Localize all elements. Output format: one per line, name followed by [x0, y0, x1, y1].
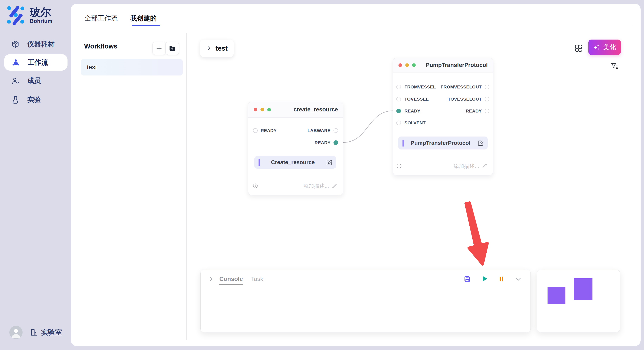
import-folder-button[interactable]	[166, 42, 179, 55]
workflow-icon	[12, 58, 20, 67]
run-icon[interactable]	[481, 275, 488, 283]
beautify-label: 美化	[603, 43, 616, 52]
minimap-node-pump-transfer	[574, 278, 592, 300]
add-workflow-button[interactable]	[152, 42, 166, 55]
building-icon	[30, 328, 38, 336]
logo-subtitle: Bohrium	[30, 18, 52, 24]
command-icon[interactable]	[574, 43, 584, 53]
tab-all-workflows[interactable]: 全部工作流	[84, 14, 118, 23]
lab-label: 实验室	[41, 328, 62, 337]
output-port-handle[interactable]	[485, 97, 490, 101]
main-content: 全部工作流 我创建的 Workflows test	[71, 3, 640, 346]
sidebar-item-members[interactable]: 成员	[0, 71, 71, 90]
port-label: LABWARE	[308, 128, 330, 133]
port-label: READY	[261, 128, 277, 133]
node-dot-green	[267, 108, 271, 111]
sidebar-item-workflow[interactable]: 工作流	[4, 54, 68, 71]
info-icon[interactable]	[396, 163, 402, 169]
output-port-handle-connected[interactable]	[334, 140, 338, 145]
sparkles-icon	[593, 44, 600, 51]
port-label: TOVESSEL	[404, 97, 429, 102]
input-port-handle[interactable]	[253, 128, 258, 133]
console-output-area	[200, 283, 530, 321]
pill-label: Create_resource	[260, 159, 326, 166]
node-action-pill[interactable]: PumpTransferProtocol	[398, 137, 488, 150]
console-panel: Console Task	[200, 270, 531, 332]
node-dot-red	[254, 108, 257, 111]
output-port-handle[interactable]	[334, 128, 338, 133]
user-avatar[interactable]	[9, 326, 22, 339]
port-label: SOLVENT	[404, 120, 426, 126]
experiment-icon	[11, 95, 20, 104]
sidebar: 玻尔 Bohrium 仪器耗材 工作流	[0, 0, 71, 350]
workflow-list-item-test[interactable]: test	[81, 59, 183, 75]
members-icon	[11, 77, 20, 85]
plus-icon	[156, 45, 162, 52]
description-placeholder[interactable]: 添加描述...	[303, 182, 329, 189]
sidebar-item-label: 成员	[27, 76, 41, 85]
tab-console[interactable]: Console	[219, 276, 243, 282]
input-port-handle[interactable]	[396, 85, 401, 89]
sidebar-footer: 实验室	[9, 326, 62, 339]
sidebar-item-consumables[interactable]: 仪器耗材	[0, 35, 71, 54]
sidebar-item-label: 实验	[27, 95, 41, 104]
collapse-panel-chevron-icon[interactable]	[515, 275, 522, 283]
node-create-resource[interactable]: create_resource READY LABWARE READY	[248, 102, 343, 195]
chevron-right-icon	[206, 45, 212, 51]
input-port-handle[interactable]	[396, 121, 401, 125]
node-title: create_resource	[294, 106, 338, 113]
output-port-handle[interactable]	[485, 109, 490, 113]
person-icon	[9, 326, 22, 339]
sidebar-item-experiments[interactable]: 实验	[0, 90, 71, 109]
red-annotation-arrow	[466, 203, 488, 264]
header-divider	[78, 26, 634, 26]
node-header: create_resource	[248, 102, 343, 118]
workflow-tabs: 全部工作流 我创建的	[84, 14, 157, 23]
pause-icon[interactable]	[498, 275, 505, 283]
logo-title: 玻尔	[30, 7, 52, 18]
lab-switcher[interactable]: 实验室	[30, 328, 62, 337]
description-placeholder[interactable]: 添加描述...	[454, 163, 479, 170]
node-action-pill[interactable]: Create_resource	[254, 156, 336, 169]
app-logo[interactable]: 玻尔 Bohrium	[7, 6, 52, 25]
edit-icon[interactable]	[478, 140, 484, 146]
node-pump-transfer-protocol[interactable]: PumpTransferProtocol FROMVESSEL FROMVESS…	[393, 58, 493, 175]
app-window: 玻尔 Bohrium 仪器耗材 工作流	[0, 0, 644, 350]
pencil-icon[interactable]	[482, 163, 488, 169]
breadcrumb[interactable]: test	[200, 39, 234, 57]
folder-download-icon	[169, 45, 176, 52]
workflow-item-label: test	[87, 64, 97, 71]
input-port-handle[interactable]	[396, 97, 401, 101]
node-dot-green	[412, 63, 416, 67]
port-label: READY	[404, 108, 420, 114]
minimap-node-create-resource	[548, 287, 566, 304]
edit-icon[interactable]	[326, 159, 332, 166]
info-icon[interactable]	[252, 183, 258, 189]
node-dot-red	[398, 63, 402, 67]
breadcrumb-label: test	[216, 44, 228, 52]
bohrium-logo-icon	[7, 6, 25, 25]
node-title: PumpTransferProtocol	[426, 62, 488, 68]
port-label: READY	[466, 108, 482, 114]
filter-icon[interactable]	[610, 62, 619, 70]
node-dot-yellow	[405, 63, 409, 67]
input-port-handle-connected[interactable]	[396, 109, 401, 113]
sidebar-item-label: 仪器耗材	[27, 39, 54, 49]
console-collapse-chevron-icon[interactable]	[208, 276, 214, 282]
pill-label: PumpTransferProtocol	[404, 140, 478, 146]
minimap[interactable]	[537, 270, 620, 332]
port-label: FROMVESSEL	[404, 84, 436, 90]
output-port-handle[interactable]	[485, 85, 490, 89]
node-edge	[343, 111, 393, 143]
tab-task[interactable]: Task	[251, 276, 263, 282]
save-icon[interactable]	[464, 275, 471, 283]
port-label: READY	[314, 140, 330, 145]
tab-my-created[interactable]: 我创建的	[130, 14, 157, 23]
sidebar-item-label: 工作流	[28, 58, 48, 67]
package-icon	[11, 40, 20, 48]
beautify-button[interactable]: 美化	[588, 39, 621, 55]
workflows-panel-title: Workflows	[84, 42, 117, 50]
port-label: FROMVESSELOUT	[440, 84, 482, 90]
node-dot-yellow	[260, 108, 264, 111]
pencil-icon[interactable]	[332, 183, 337, 189]
